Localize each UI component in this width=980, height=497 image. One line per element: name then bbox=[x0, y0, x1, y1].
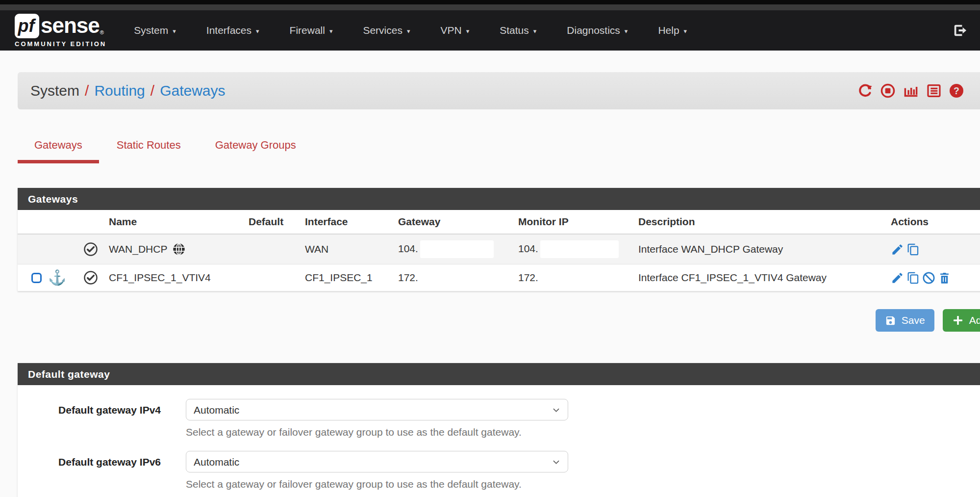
row-checkbox[interactable] bbox=[31, 273, 42, 283]
caret-down-icon: ▾ bbox=[684, 26, 687, 34]
col-interface: Interface bbox=[302, 210, 395, 234]
gateway-interface: CF1_IPSEC_1 bbox=[302, 264, 395, 291]
table-row: ⚓ CF1_IPSEC_1_VTIV4 CF1_IPSEC_1 172. 172… bbox=[18, 264, 980, 291]
window-title-strip bbox=[0, 4, 980, 10]
pfsense-logo-sense: sense bbox=[41, 14, 100, 37]
tab-gateways[interactable]: Gateways bbox=[18, 132, 99, 163]
ipv6-help-text: Select a gateway or failover gateway gro… bbox=[186, 478, 568, 490]
gateway-name: WAN_DHCP bbox=[109, 243, 167, 255]
gateway-description: Interface WAN_DHCP Gateway bbox=[635, 234, 888, 264]
monitor-ip: 172. bbox=[515, 264, 635, 291]
add-button[interactable]: Add bbox=[943, 309, 980, 332]
copy-icon[interactable] bbox=[906, 243, 920, 256]
anchor-icon: ⚓ bbox=[48, 270, 66, 285]
col-monitor-ip: Monitor IP bbox=[515, 210, 635, 234]
breadcrumb-link-routing[interactable]: Routing bbox=[94, 82, 145, 99]
default-gateway-panel-title: Default gateway bbox=[18, 363, 980, 385]
main-menu: System ▾ Interfaces ▾ Firewall ▾ Service… bbox=[134, 25, 687, 36]
breadcrumb: System/Routing/Gateways bbox=[30, 82, 226, 99]
col-description: Description bbox=[635, 210, 888, 234]
caret-down-icon: ▾ bbox=[407, 26, 410, 34]
breadcrumb-bar: System/Routing/Gateways ? bbox=[18, 72, 980, 109]
col-name: Name bbox=[106, 210, 246, 234]
default-gateway-panel: Default gateway Default gateway IPv4 Aut… bbox=[18, 363, 980, 497]
gateway-enabled-icon bbox=[83, 242, 103, 257]
ipv4-help-text: Select a gateway or failover gateway gro… bbox=[186, 426, 568, 438]
bar-chart-icon[interactable] bbox=[903, 83, 919, 99]
default-gateway-globe-icon bbox=[172, 242, 186, 256]
form-row-ipv4: Default gateway IPv4 Automatic Select a … bbox=[18, 399, 980, 438]
copy-icon[interactable] bbox=[906, 271, 920, 285]
help-icon[interactable]: ? bbox=[949, 83, 964, 99]
page-action-icons: ? bbox=[857, 83, 967, 99]
window-top-strip bbox=[0, 0, 980, 4]
community-edition-label: COMMUNITY EDITION bbox=[15, 40, 106, 48]
breadcrumb-separator: / bbox=[85, 82, 89, 99]
gateways-table: Name Default Interface Gateway Monitor I… bbox=[18, 210, 980, 291]
gateway-address: 172. bbox=[395, 264, 515, 291]
top-navbar: pf sense ® COMMUNITY EDITION System ▾ In… bbox=[0, 10, 980, 51]
breadcrumb-separator: / bbox=[151, 82, 154, 99]
table-header-row: Name Default Interface Gateway Monitor I… bbox=[18, 210, 980, 234]
caret-down-icon: ▾ bbox=[329, 26, 333, 34]
menu-interfaces[interactable]: Interfaces ▾ bbox=[206, 25, 259, 36]
redaction-box bbox=[540, 240, 619, 258]
edit-icon[interactable] bbox=[891, 271, 904, 285]
menu-firewall[interactable]: Firewall ▾ bbox=[290, 25, 333, 36]
log-icon[interactable] bbox=[926, 83, 942, 99]
svg-text:?: ? bbox=[954, 86, 959, 96]
disable-icon[interactable] bbox=[922, 271, 935, 285]
menu-system[interactable]: System ▾ bbox=[134, 25, 176, 36]
breadcrumb-link-gateways[interactable]: Gateways bbox=[160, 82, 225, 99]
form-row-ipv6: Default gateway IPv6 Automatic Select a … bbox=[18, 451, 980, 490]
gateways-panel: Gateways Name Default Interface Gateway … bbox=[18, 188, 980, 291]
redaction-box bbox=[420, 240, 494, 258]
default-gateway-ipv4-select[interactable]: Automatic bbox=[186, 399, 568, 420]
plus-icon bbox=[952, 314, 964, 326]
caret-down-icon: ▾ bbox=[533, 26, 537, 34]
save-icon bbox=[885, 315, 896, 326]
stop-circle-icon[interactable] bbox=[880, 83, 896, 99]
caret-down-icon: ▾ bbox=[173, 26, 176, 34]
sign-out-icon[interactable] bbox=[953, 23, 967, 38]
table-buttons: Save Add bbox=[18, 309, 980, 332]
menu-services[interactable]: Services ▾ bbox=[363, 25, 410, 36]
col-actions: Actions bbox=[888, 210, 980, 234]
table-row: WAN_DHCP bbox=[18, 234, 980, 264]
col-gateway: Gateway bbox=[395, 210, 515, 234]
edit-icon[interactable] bbox=[891, 243, 904, 256]
menu-help[interactable]: Help ▾ bbox=[658, 25, 687, 36]
col-default: Default bbox=[246, 210, 302, 234]
pfsense-logo-pf: pf bbox=[15, 14, 39, 38]
gateway-name: CF1_IPSEC_1_VTIV4 bbox=[106, 264, 246, 291]
menu-status[interactable]: Status ▾ bbox=[500, 25, 536, 36]
gateways-panel-title: Gateways bbox=[18, 188, 980, 210]
breadcrumb-section: System bbox=[30, 82, 79, 99]
monitor-ip: 104. bbox=[518, 243, 538, 254]
default-gateway-ipv6-select[interactable]: Automatic bbox=[186, 451, 568, 472]
delete-icon[interactable] bbox=[938, 271, 951, 285]
registered-mark: ® bbox=[100, 29, 104, 35]
caret-down-icon: ▾ bbox=[256, 26, 259, 34]
tab-gateway-groups[interactable]: Gateway Groups bbox=[199, 132, 313, 163]
pfsense-logo[interactable]: pf sense ® COMMUNITY EDITION bbox=[15, 14, 106, 48]
gateway-interface: WAN bbox=[302, 234, 395, 264]
save-button[interactable]: Save bbox=[876, 309, 934, 332]
caret-down-icon: ▾ bbox=[466, 26, 470, 34]
menu-vpn[interactable]: VPN ▾ bbox=[441, 25, 470, 36]
gateway-description: Interface CF1_IPSEC_1_VTIV4 Gateway bbox=[635, 264, 888, 291]
gateway-enabled-icon bbox=[83, 270, 103, 285]
tab-static-routes[interactable]: Static Routes bbox=[100, 132, 198, 163]
default-gateway-ipv6-label: Default gateway IPv6 bbox=[18, 451, 161, 490]
refresh-icon[interactable] bbox=[857, 83, 873, 99]
caret-down-icon: ▾ bbox=[625, 26, 628, 34]
default-gateway-ipv4-label: Default gateway IPv4 bbox=[18, 399, 161, 438]
menu-diagnostics[interactable]: Diagnostics ▾ bbox=[567, 25, 628, 36]
routing-tabs: Gateways Static Routes Gateway Groups bbox=[18, 132, 980, 163]
gateway-address: 104. bbox=[398, 243, 418, 254]
